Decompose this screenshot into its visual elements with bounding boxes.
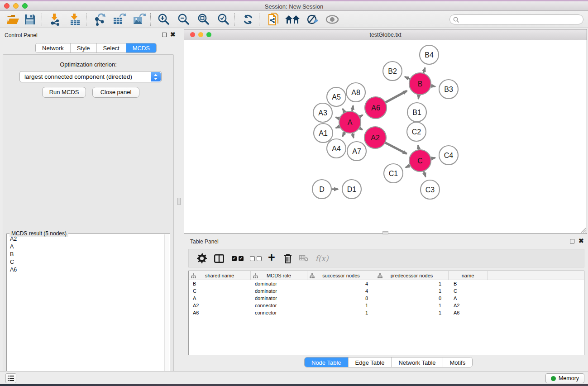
network-file-icon[interactable] xyxy=(265,12,282,27)
main-toolbar xyxy=(0,11,588,28)
tab-network-table[interactable]: Network Table xyxy=(392,357,443,367)
node-B[interactable]: B xyxy=(409,73,431,95)
node-C3[interactable]: C3 xyxy=(421,180,440,199)
table-row[interactable]: Adominator80A xyxy=(189,295,584,302)
result-scrollbar[interactable] xyxy=(164,234,169,386)
tab-mcds[interactable]: MCDS xyxy=(126,43,156,53)
node-A2[interactable]: A2 xyxy=(364,127,386,148)
node-A[interactable]: A xyxy=(339,111,361,133)
horizontal-split-handle[interactable] xyxy=(382,231,388,234)
resize-grip-icon[interactable] xyxy=(580,227,586,233)
node-A5[interactable]: A5 xyxy=(327,87,346,106)
node-label: D xyxy=(319,186,325,193)
zoom-selected-icon[interactable] xyxy=(215,12,232,27)
node-C4[interactable]: C4 xyxy=(439,146,458,165)
settings-gear-icon[interactable] xyxy=(195,251,209,266)
close-table-panel-icon[interactable]: ✖ xyxy=(578,237,584,244)
table-row[interactable]: A2connector11A2 xyxy=(189,302,584,309)
close-panel-icon[interactable]: ✖ xyxy=(170,31,176,38)
vertical-split-handle[interactable] xyxy=(177,198,181,205)
zoom-out-icon[interactable] xyxy=(176,12,192,27)
zoom-fit-icon[interactable] xyxy=(196,12,212,27)
delete-table-icon[interactable] xyxy=(297,251,310,266)
column-header-successor-nodes[interactable]: successor nodes xyxy=(307,271,375,280)
tab-edge-table[interactable]: Edge Table xyxy=(349,357,392,367)
node-label: A4 xyxy=(332,145,341,152)
node-D[interactable]: D xyxy=(312,180,331,199)
column-header-predecessor-nodes[interactable]: predecessor nodes xyxy=(375,271,449,280)
node-B2[interactable]: B2 xyxy=(383,62,402,81)
cell-successor_nodes: 8 xyxy=(307,295,375,302)
select-all-icon[interactable]: ✓✓ xyxy=(230,251,245,266)
tab-select[interactable]: Select xyxy=(97,43,126,53)
column-header-name[interactable]: name xyxy=(449,271,488,280)
tab-network[interactable]: Network xyxy=(36,43,71,53)
checked-box-icon: ✓ xyxy=(239,256,244,261)
node-A3[interactable]: A3 xyxy=(313,103,332,122)
hide-details-icon[interactable] xyxy=(304,12,320,27)
edge-A2-C[interactable] xyxy=(384,142,407,154)
network-canvas[interactable]: AA1A2A3A4A5A6A7A8BB1B2B3B4CC1C2C3C4DD1 xyxy=(184,40,587,234)
column-header-MCDS-role[interactable]: MCDS role xyxy=(251,271,307,280)
import-table-icon[interactable] xyxy=(67,12,83,27)
float-panel-icon[interactable] xyxy=(162,33,167,37)
table-row[interactable]: A6connector11A6 xyxy=(189,309,584,316)
node-table[interactable]: shared nameMCDS rolesuccessor nodesprede… xyxy=(188,271,584,355)
search-input[interactable] xyxy=(461,15,580,24)
cell-successor_nodes: 4 xyxy=(307,287,375,295)
deselect-all-icon[interactable] xyxy=(249,251,263,266)
node-C1[interactable]: C1 xyxy=(384,164,403,183)
export-network-icon[interactable] xyxy=(91,12,108,27)
node-A1[interactable]: A1 xyxy=(314,124,333,143)
node-D1[interactable]: D1 xyxy=(342,180,361,199)
zoom-in-icon[interactable] xyxy=(156,12,172,27)
delete-column-trash-icon[interactable] xyxy=(281,251,295,266)
export-table-icon[interactable] xyxy=(111,12,128,27)
toolbar-separator xyxy=(234,13,235,26)
tab-node-table[interactable]: Node Table xyxy=(305,357,349,367)
table-row[interactable]: Cdominator41C xyxy=(189,287,584,295)
node-label: B2 xyxy=(388,67,397,75)
node-label: C1 xyxy=(389,170,398,177)
float-table-panel-icon[interactable] xyxy=(570,239,574,243)
result-item[interactable]: A xyxy=(7,243,165,251)
node-B3[interactable]: B3 xyxy=(439,80,458,99)
memory-button[interactable]: Memory xyxy=(545,373,584,383)
result-item[interactable]: B xyxy=(7,251,165,258)
node-label: A xyxy=(348,119,353,126)
node-A7[interactable]: A7 xyxy=(347,142,366,161)
refresh-icon[interactable] xyxy=(240,12,256,27)
cell-name: A6 xyxy=(449,309,488,316)
show-details-eye-icon[interactable] xyxy=(324,12,340,27)
export-image-icon[interactable] xyxy=(131,12,148,27)
node-A8[interactable]: A8 xyxy=(346,83,365,102)
column-view-icon[interactable] xyxy=(212,251,226,266)
close-panel-button[interactable]: Close panel xyxy=(92,87,139,98)
node-B1[interactable]: B1 xyxy=(407,103,426,122)
search-box[interactable] xyxy=(449,14,583,24)
save-session-icon[interactable] xyxy=(22,12,38,27)
open-session-icon[interactable] xyxy=(5,12,21,27)
column-header-shared-name[interactable]: shared name xyxy=(189,271,251,280)
node-A6[interactable]: A6 xyxy=(365,97,387,119)
criterion-dropdown[interactable]: largest connected component (directed) xyxy=(19,71,162,82)
control-panel-tabs: NetworkStyleSelectMCDS xyxy=(35,43,157,53)
tab-style[interactable]: Style xyxy=(71,43,97,53)
node-C[interactable]: C xyxy=(409,150,431,172)
task-history-button[interactable] xyxy=(5,373,16,383)
node-C2[interactable]: C2 xyxy=(407,122,426,141)
cell-name: C xyxy=(449,287,488,295)
node-B4[interactable]: B4 xyxy=(420,45,439,64)
node-A4[interactable]: A4 xyxy=(327,139,346,158)
home-icon[interactable] xyxy=(284,12,301,27)
result-item[interactable]: A6 xyxy=(7,266,165,274)
edge-A6-B[interactable] xyxy=(384,91,407,103)
table-row[interactable]: Bdominator41B xyxy=(189,280,584,287)
import-network-icon[interactable] xyxy=(47,12,63,27)
function-builder-icon[interactable]: f(x) xyxy=(313,251,331,266)
run-mcds-button[interactable]: Run MCDS xyxy=(42,87,86,98)
add-column-icon[interactable]: + xyxy=(265,251,278,266)
tab-motifs[interactable]: Motifs xyxy=(443,357,473,367)
result-item[interactable]: C xyxy=(7,258,165,266)
result-item[interactable]: A2 xyxy=(7,235,165,243)
